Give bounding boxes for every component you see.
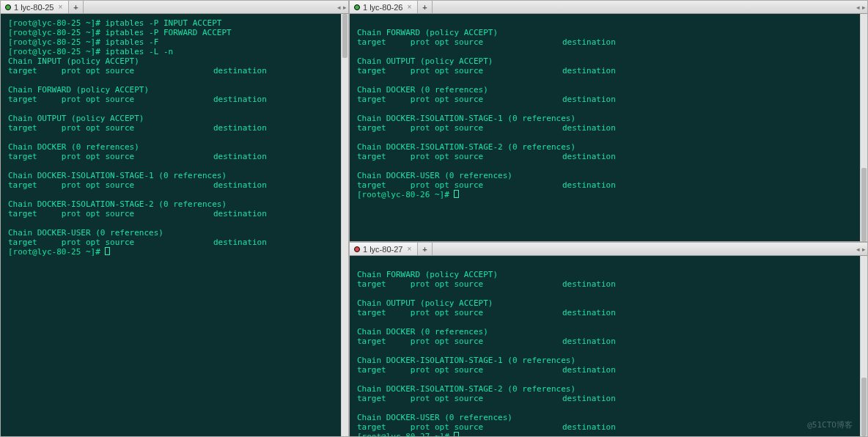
- terminal-line: Chain DOCKER-ISOLATION-STAGE-2 (0 refere…: [8, 199, 341, 209]
- add-tab-button[interactable]: +: [418, 1, 432, 13]
- terminal-line: [root@lyc-80-25 ~]#: [8, 247, 341, 257]
- terminal-line: [357, 18, 860, 28]
- terminal-line: [8, 76, 341, 85]
- terminal-line: Chain DOCKER-ISOLATION-STAGE-1 (0 refere…: [357, 114, 860, 123]
- terminal-line: [357, 161, 860, 171]
- scroll-thumb[interactable]: [342, 14, 347, 58]
- terminal-line: [root@lyc-80-27 ~]#: [357, 432, 860, 436]
- terminal-line: target prot opt sourcedestination: [357, 279, 860, 289]
- terminal-line: Chain OUTPUT (policy ACCEPT): [357, 298, 860, 308]
- terminal-line: target prot opt sourcedestination: [357, 365, 860, 375]
- terminal-line: [8, 133, 341, 142]
- tab-label: 1 lyc-80-27: [363, 245, 402, 254]
- tab-lyc-80-26[interactable]: 1 lyc-80-26 ×: [350, 1, 418, 13]
- tab-nav-arrows[interactable]: ◂ ▸: [856, 1, 866, 13]
- terminal-line: target prot opt sourcedestination: [357, 308, 860, 317]
- terminal-line: Chain DOCKER (0 references): [8, 142, 341, 152]
- cursor-icon: [454, 190, 459, 198]
- tab-lyc-80-25[interactable]: 1 lyc-80-25 ×: [1, 1, 69, 13]
- terminal-line: [357, 260, 860, 270]
- terminal-line: [8, 190, 341, 199]
- terminal-line: [root@lyc-80-25 ~]# iptables -P INPUT AC…: [8, 18, 341, 28]
- terminal-line: [8, 104, 341, 114]
- terminal-line: target prot opt sourcedestination: [357, 422, 860, 432]
- terminal-line: [357, 346, 860, 356]
- tabbar-top-right: 1 lyc-80-26 × + ◂ ▸: [350, 1, 867, 14]
- status-dot-icon: [354, 4, 360, 10]
- terminal-pane-top-right: 1 lyc-80-26 × + ◂ ▸ Chain FORWARD (polic…: [349, 0, 868, 242]
- terminal-line: Chain DOCKER-ISOLATION-STAGE-2 (0 refere…: [357, 384, 860, 394]
- tab-label: 1 lyc-80-25: [14, 3, 54, 12]
- terminal-line: Chain DOCKER-ISOLATION-STAGE-2 (0 refere…: [357, 142, 860, 152]
- terminal-line: Chain DOCKER-USER (0 references): [8, 228, 341, 238]
- terminal-line: Chain OUTPUT (policy ACCEPT): [357, 56, 860, 66]
- terminal-line: [357, 47, 860, 56]
- tabbar-bottom-right: 1 lyc-80-27 × + ◂ ▸: [350, 243, 867, 256]
- terminal-line: target prot opt sourcedestination: [357, 37, 860, 47]
- scrollbar-left[interactable]: [341, 14, 348, 436]
- add-tab-button[interactable]: +: [69, 1, 83, 13]
- terminal-line: target prot opt sourcedestination: [357, 152, 860, 161]
- terminal-line: target prot opt sourcedestination: [8, 95, 341, 104]
- terminal-line: target prot opt sourcedestination: [8, 180, 341, 190]
- terminal-line: [root@lyc-80-25 ~]# iptables -P FORWARD …: [8, 28, 341, 37]
- terminal-line: Chain FORWARD (policy ACCEPT): [357, 28, 860, 37]
- tab-lyc-80-27[interactable]: 1 lyc-80-27 ×: [350, 243, 418, 255]
- status-dot-icon: [5, 4, 11, 10]
- terminal-line: [root@lyc-80-25 ~]# iptables -L -n: [8, 47, 341, 56]
- watermark: @51CTO博客: [807, 419, 853, 430]
- terminal-line: target prot opt sourcedestination: [357, 394, 860, 403]
- terminal-line: [8, 218, 341, 228]
- tab-label: 1 lyc-80-26: [363, 3, 402, 12]
- terminal-line: target prot opt sourcedestination: [8, 123, 341, 133]
- terminal-line: [root@lyc-80-25 ~]# iptables -F: [8, 37, 341, 47]
- terminal-line: [357, 403, 860, 413]
- close-icon[interactable]: ×: [407, 4, 411, 11]
- terminal-line: target prot opt sourcedestination: [357, 180, 860, 190]
- terminal-line: Chain FORWARD (policy ACCEPT): [8, 85, 341, 95]
- terminal-line: [357, 76, 860, 85]
- status-dot-icon: [354, 246, 360, 252]
- terminal-line: target prot opt sourcedestination: [8, 238, 341, 247]
- tab-nav-arrows[interactable]: ◂ ▸: [856, 243, 866, 255]
- terminal-line: [8, 161, 341, 171]
- close-icon[interactable]: ×: [407, 246, 411, 253]
- terminal-body-left[interactable]: [root@lyc-80-25 ~]# iptables -P INPUT AC…: [1, 14, 348, 436]
- terminal-line: [root@lyc-80-26 ~]#: [357, 190, 860, 199]
- terminal-line: Chain OUTPUT (policy ACCEPT): [8, 114, 341, 123]
- terminal-line: Chain DOCKER-ISOLATION-STAGE-1 (0 refere…: [357, 356, 860, 365]
- scrollbar-top-right[interactable]: [860, 14, 867, 241]
- terminal-line: [357, 317, 860, 327]
- terminal-line: target prot opt sourcedestination: [8, 152, 341, 161]
- scroll-thumb[interactable]: [861, 378, 867, 436]
- terminal-line: [357, 133, 860, 142]
- cursor-icon: [105, 247, 110, 255]
- terminal-body-top-right[interactable]: Chain FORWARD (policy ACCEPT)target prot…: [350, 14, 867, 241]
- terminal-line: Chain DOCKER-USER (0 references): [357, 413, 860, 422]
- terminal-line: target prot opt sourcedestination: [357, 337, 860, 346]
- terminal-line: [357, 375, 860, 384]
- scroll-thumb[interactable]: [861, 168, 867, 241]
- terminal-line: target prot opt sourcedestination: [357, 66, 860, 76]
- terminal-body-bottom-right[interactable]: Chain FORWARD (policy ACCEPT)target prot…: [350, 256, 867, 436]
- terminal-line: target prot opt sourcedestination: [357, 95, 860, 104]
- terminal-pane-bottom-right: 1 lyc-80-27 × + ◂ ▸ Chain FORWARD (polic…: [349, 242, 868, 437]
- terminal-line: Chain INPUT (policy ACCEPT): [8, 56, 341, 66]
- terminal-line: target prot opt sourcedestination: [8, 66, 341, 76]
- terminal-line: Chain DOCKER-USER (0 references): [357, 171, 860, 180]
- terminal-line: Chain DOCKER (0 references): [357, 327, 860, 337]
- close-icon[interactable]: ×: [58, 4, 62, 11]
- terminal-line: [357, 289, 860, 298]
- terminal-line: Chain FORWARD (policy ACCEPT): [357, 270, 860, 279]
- tab-nav-arrows[interactable]: ◂ ▸: [337, 1, 347, 13]
- terminal-line: target prot opt sourcedestination: [8, 209, 341, 218]
- terminal-line: target prot opt sourcedestination: [357, 123, 860, 133]
- add-tab-button[interactable]: +: [418, 243, 432, 255]
- terminal-line: Chain DOCKER (0 references): [357, 85, 860, 95]
- tabbar-left: 1 lyc-80-25 × + ◂ ▸: [1, 1, 348, 14]
- scrollbar-bottom-right[interactable]: [860, 256, 867, 436]
- terminal-line: [357, 104, 860, 114]
- cursor-icon: [454, 432, 459, 436]
- terminal-line: Chain DOCKER-ISOLATION-STAGE-1 (0 refere…: [8, 171, 341, 180]
- terminal-pane-left: 1 lyc-80-25 × + ◂ ▸ [root@lyc-80-25 ~]# …: [0, 0, 349, 437]
